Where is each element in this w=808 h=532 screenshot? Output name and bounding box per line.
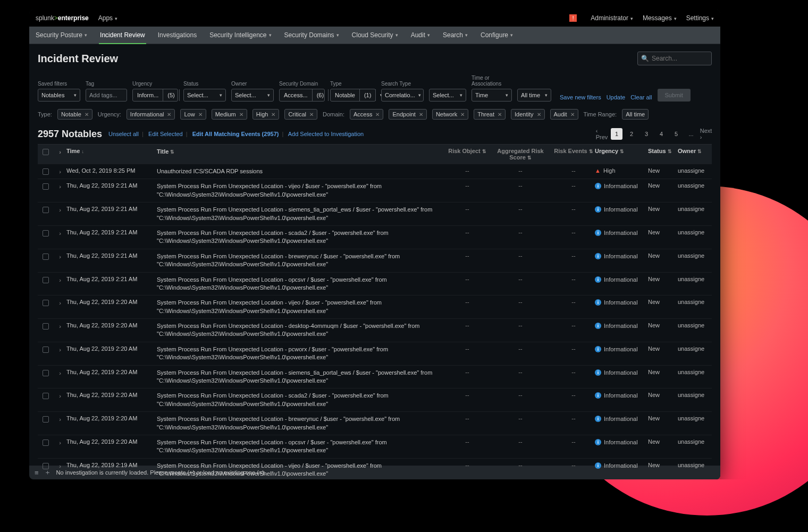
col-risk-events[interactable]: Risk Events⇅ bbox=[552, 148, 595, 154]
chip-domain-access[interactable]: Access✕ bbox=[350, 109, 383, 120]
chip-urgency-low[interactable]: Low✕ bbox=[180, 109, 206, 120]
nav-cloud-security[interactable]: Cloud Security bbox=[351, 27, 399, 44]
table-row[interactable]: ›Thu, Aug 22, 2019 2:21 AMSystem Process… bbox=[38, 202, 712, 226]
nav-incident-review[interactable]: Incident Review bbox=[99, 27, 146, 44]
row-expand-icon[interactable]: › bbox=[54, 252, 66, 260]
col-risk-object[interactable]: Risk Object⇅ bbox=[446, 148, 489, 154]
row-expand-icon[interactable]: › bbox=[54, 206, 66, 213]
row-checkbox[interactable] bbox=[43, 207, 49, 213]
chip-urgency-high[interactable]: High✕ bbox=[252, 109, 280, 120]
chip-timerange[interactable]: All time bbox=[622, 109, 649, 120]
chip-close-icon[interactable]: ✕ bbox=[167, 112, 171, 117]
status-dropdown[interactable]: Select...▾ bbox=[183, 89, 226, 102]
row-expand-icon[interactable]: › bbox=[54, 299, 66, 306]
save-filters-link[interactable]: Save new filters bbox=[560, 94, 601, 100]
chip-close-icon[interactable]: ✕ bbox=[85, 112, 89, 117]
expand-all-icon[interactable]: › bbox=[54, 148, 66, 155]
pager-page-5[interactable]: 5 bbox=[670, 128, 682, 140]
col-agg-score[interactable]: Aggregated Risk Score⇅ bbox=[489, 148, 552, 161]
chip-domain-network[interactable]: Network✕ bbox=[432, 109, 468, 120]
row-checkbox[interactable] bbox=[43, 347, 49, 353]
nav-configure[interactable]: Configure bbox=[479, 27, 514, 44]
row-checkbox[interactable] bbox=[43, 370, 49, 376]
saved-filters-dropdown[interactable]: Notables▾ bbox=[38, 89, 80, 102]
nav-security-domains[interactable]: Security Domains bbox=[283, 27, 340, 44]
pager-page-1[interactable]: 1 bbox=[611, 128, 622, 140]
pager-page-3[interactable]: 3 bbox=[641, 128, 652, 140]
table-row[interactable]: ›Thu, Aug 22, 2019 2:20 AMSystem Process… bbox=[38, 342, 712, 366]
submit-button[interactable]: Submit bbox=[658, 89, 691, 102]
row-checkbox[interactable] bbox=[43, 277, 49, 283]
row-checkbox[interactable] bbox=[43, 416, 49, 423]
edit-selected-link[interactable]: Edit Selected bbox=[148, 131, 183, 137]
chip-urgency-informational[interactable]: Informational✕ bbox=[127, 109, 175, 120]
time-assoc-dropdown[interactable]: Time▾ bbox=[472, 89, 512, 102]
chip-close-icon[interactable]: ✕ bbox=[271, 112, 275, 117]
col-urgency[interactable]: Urgency⇅ bbox=[595, 148, 648, 154]
nav-investigations[interactable]: Investigations bbox=[157, 27, 198, 44]
chip-close-icon[interactable]: ✕ bbox=[239, 112, 243, 117]
chip-close-icon[interactable]: ✕ bbox=[419, 112, 423, 117]
chip-domain-identity[interactable]: Identity✕ bbox=[511, 109, 544, 120]
row-checkbox[interactable] bbox=[43, 393, 49, 399]
alert-icon[interactable]: ! bbox=[569, 14, 577, 22]
chip-close-icon[interactable]: ✕ bbox=[375, 112, 380, 117]
owner-dropdown[interactable]: Select...▾ bbox=[231, 89, 274, 102]
search-input[interactable] bbox=[652, 55, 720, 62]
table-row[interactable]: ›Thu, Aug 22, 2019 2:20 AMSystem Process… bbox=[38, 435, 712, 459]
row-checkbox[interactable] bbox=[43, 183, 49, 190]
col-status[interactable]: Status⇅ bbox=[648, 148, 678, 154]
chip-close-icon[interactable]: ✕ bbox=[570, 112, 575, 117]
chip-close-icon[interactable]: ✕ bbox=[537, 112, 541, 117]
table-row[interactable]: ›Thu, Aug 22, 2019 2:19 AMSystem Process… bbox=[38, 459, 712, 479]
chip-urgency-medium[interactable]: Medium✕ bbox=[212, 109, 247, 120]
update-filters-link[interactable]: Update bbox=[607, 94, 625, 100]
row-expand-icon[interactable]: › bbox=[54, 322, 66, 330]
chip-domain-audit[interactable]: Audit✕ bbox=[550, 109, 578, 120]
row-checkbox[interactable] bbox=[43, 254, 49, 260]
table-row[interactable]: ›Thu, Aug 22, 2019 2:21 AMSystem Process… bbox=[38, 249, 712, 273]
search-box[interactable]: 🔍 bbox=[637, 52, 712, 65]
security-domain-dropdown[interactable]: Access...(6)▾ bbox=[279, 89, 325, 102]
col-time[interactable]: Time↓ bbox=[66, 148, 157, 154]
row-expand-icon[interactable]: › bbox=[54, 276, 66, 283]
unselect-all-link[interactable]: Unselect all bbox=[108, 131, 139, 137]
row-checkbox[interactable] bbox=[43, 168, 49, 175]
table-row[interactable]: ›Thu, Aug 22, 2019 2:21 AMSystem Process… bbox=[38, 226, 712, 249]
row-expand-icon[interactable]: › bbox=[54, 438, 66, 446]
messages-menu[interactable]: Messages bbox=[643, 14, 677, 22]
apps-menu[interactable]: Apps bbox=[98, 14, 117, 22]
select-all-checkbox[interactable] bbox=[43, 149, 49, 155]
chip-close-icon[interactable]: ✕ bbox=[309, 112, 314, 117]
row-checkbox[interactable] bbox=[43, 323, 49, 330]
table-row[interactable]: ›Thu, Aug 22, 2019 2:20 AMSystem Process… bbox=[38, 412, 712, 435]
edit-all-matching-link[interactable]: Edit All Matching Events (2957) bbox=[192, 131, 279, 137]
pager-prev[interactable]: ‹ Prev bbox=[596, 128, 608, 140]
administrator-menu[interactable]: Administrator bbox=[591, 14, 633, 22]
chip-type-notable[interactable]: Notable✕ bbox=[57, 109, 92, 120]
row-checkbox[interactable] bbox=[43, 463, 49, 469]
row-expand-icon[interactable]: › bbox=[54, 462, 66, 469]
row-expand-icon[interactable]: › bbox=[54, 345, 66, 353]
urgency-dropdown[interactable]: Inform...(5)▾ bbox=[132, 89, 178, 102]
chip-close-icon[interactable]: ✕ bbox=[460, 112, 465, 117]
pager-page-2[interactable]: 2 bbox=[626, 128, 637, 140]
table-row[interactable]: ›Thu, Aug 22, 2019 2:21 AMSystem Process… bbox=[38, 179, 712, 202]
tag-input[interactable]: Add tags... bbox=[86, 89, 127, 102]
nav-audit[interactable]: Audit bbox=[410, 27, 431, 44]
table-row[interactable]: ›Thu, Aug 22, 2019 2:20 AMSystem Process… bbox=[38, 295, 712, 319]
table-row[interactable]: ›Thu, Aug 22, 2019 2:21 AMSystem Process… bbox=[38, 273, 712, 296]
pager-next[interactable]: Next › bbox=[700, 128, 712, 140]
row-expand-icon[interactable]: › bbox=[54, 182, 66, 190]
table-row[interactable]: ›Thu, Aug 22, 2019 2:20 AMSystem Process… bbox=[38, 389, 712, 412]
chip-urgency-critical[interactable]: Critical✕ bbox=[284, 109, 317, 120]
table-row[interactable]: ›Wed, Oct 2, 2019 8:25 PMUnauthorized IC… bbox=[38, 164, 712, 179]
row-expand-icon[interactable]: › bbox=[54, 415, 66, 423]
nav-security-posture[interactable]: Security Posture bbox=[35, 27, 88, 44]
add-to-investigation-link[interactable]: Add Selected to Investigation bbox=[288, 131, 364, 137]
row-expand-icon[interactable]: › bbox=[54, 229, 66, 237]
chip-domain-threat[interactable]: Threat✕ bbox=[474, 109, 506, 120]
nav-security-intelligence[interactable]: Security Intelligence bbox=[208, 27, 272, 44]
col-owner[interactable]: Owner⇅ bbox=[678, 148, 712, 154]
pager-more[interactable]: ... bbox=[685, 128, 697, 140]
